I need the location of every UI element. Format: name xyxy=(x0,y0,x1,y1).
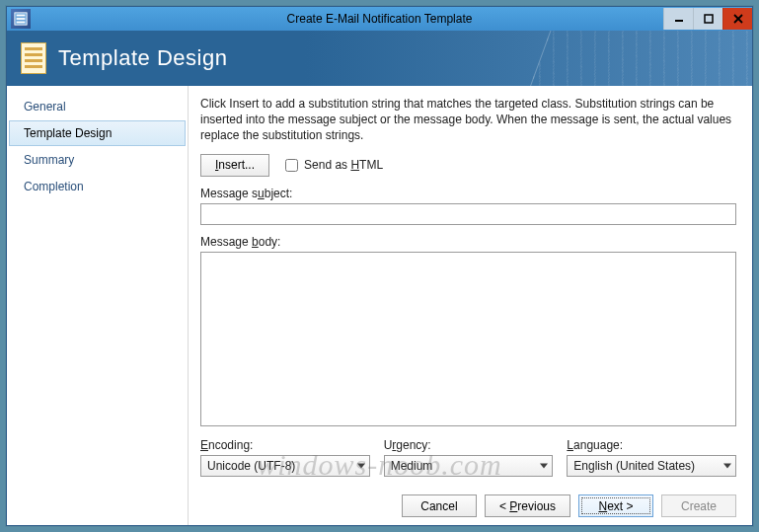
subject-label: Message subject: xyxy=(200,187,736,200)
sidebar-item-summary[interactable]: Summary xyxy=(9,147,186,173)
chevron-down-icon xyxy=(723,464,731,469)
previous-button[interactable]: < Previous xyxy=(485,494,570,517)
urgency-label: Urgency: xyxy=(384,438,554,452)
meta-row: Encoding: Unicode (UTF-8) Urgency: Mediu… xyxy=(200,438,736,477)
minimize-button[interactable] xyxy=(663,8,693,30)
send-as-html-checkbox[interactable] xyxy=(285,159,298,172)
svg-rect-1 xyxy=(17,15,26,17)
language-label: Language: xyxy=(567,438,736,452)
subject-input[interactable] xyxy=(200,203,736,225)
urgency-combo[interactable]: Medium xyxy=(384,455,554,477)
maximize-button[interactable] xyxy=(693,8,722,30)
insert-button[interactable]: Insert... xyxy=(200,154,269,177)
send-as-html-wrapper[interactable]: Send as HTML xyxy=(285,158,383,172)
chevron-down-icon xyxy=(357,464,365,469)
template-icon xyxy=(21,42,46,74)
window-controls xyxy=(663,8,752,30)
language-combo[interactable]: English (United States) xyxy=(567,455,736,477)
encoding-combo[interactable]: Unicode (UTF-8) xyxy=(200,455,370,477)
chevron-down-icon xyxy=(540,464,548,469)
body-textarea[interactable] xyxy=(200,252,736,426)
content-pane: Click Insert to add a substitution strin… xyxy=(189,86,752,525)
banner-heading: Template Design xyxy=(58,45,227,71)
app-icon xyxy=(11,9,31,29)
sidebar-item-completion[interactable]: Completion xyxy=(9,174,186,199)
next-button[interactable]: Next > xyxy=(578,494,653,517)
sidebar-item-general[interactable]: General xyxy=(9,94,186,119)
urgency-value: Medium xyxy=(391,459,433,473)
create-button: Create xyxy=(661,494,736,517)
encoding-label: Encoding: xyxy=(200,438,370,452)
titlebar: Create E-Mail Notification Template xyxy=(7,7,752,31)
language-value: English (United States) xyxy=(573,459,695,473)
wizard-body: General Template Design Summary Completi… xyxy=(7,86,752,525)
wizard-banner: Template Design xyxy=(7,31,752,86)
encoding-value: Unicode (UTF-8) xyxy=(207,459,295,473)
svg-rect-5 xyxy=(705,15,713,23)
svg-rect-3 xyxy=(17,22,26,24)
cancel-button[interactable]: Cancel xyxy=(402,494,477,517)
body-label: Message body: xyxy=(200,235,736,249)
wizard-steps-sidebar: General Template Design Summary Completi… xyxy=(7,86,189,525)
svg-rect-2 xyxy=(17,18,26,20)
wizard-footer: Cancel < Previous Next > Create xyxy=(200,489,736,517)
description-text: Click Insert to add a substitution strin… xyxy=(200,96,736,144)
close-button[interactable] xyxy=(722,8,752,30)
send-as-html-label: Send as HTML xyxy=(304,158,383,172)
wizard-window: Create E-Mail Notification Template Temp… xyxy=(6,6,753,526)
window-title: Create E-Mail Notification Template xyxy=(7,12,752,26)
sidebar-item-template-design[interactable]: Template Design xyxy=(9,120,186,146)
